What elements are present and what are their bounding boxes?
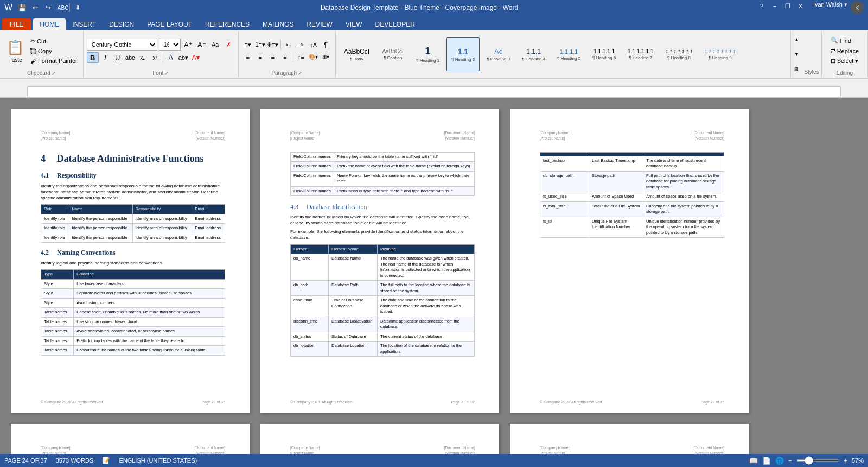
font-family-select[interactable]: Century Gothic	[87, 39, 157, 51]
increase-font-btn[interactable]: A⁺	[182, 39, 194, 50]
table-cell: Identify area of responsibility	[132, 224, 192, 234]
zoom-out-icon[interactable]: −	[788, 457, 792, 464]
restore-btn[interactable]: ❐	[782, 1, 794, 11]
style-heading1[interactable]: 1 ¶ Heading 1	[411, 37, 444, 71]
multilevel-btn[interactable]: ⁜≡▾	[267, 40, 279, 51]
user-info: Ivan Walsh ▾	[813, 1, 847, 14]
table-cell: Unique identification number provided by…	[643, 217, 724, 238]
spell-btn[interactable]: ABC	[56, 3, 70, 12]
decrease-indent-btn[interactable]: ⇤	[283, 40, 295, 51]
style-heading6[interactable]: 1.1.1.1.1 ¶ Heading 6	[588, 37, 621, 71]
tab-file[interactable]: FILE	[2, 18, 31, 30]
table-cell: Separate words and prefixes with underli…	[74, 289, 225, 299]
align-center-btn[interactable]: ≡	[254, 52, 266, 62]
tab-mailings[interactable]: MAILINGS	[256, 18, 300, 30]
table-cell: Field/Column names	[291, 162, 334, 172]
styles-more-btn[interactable]: ⊞	[792, 62, 801, 76]
italic-btn[interactable]: I	[99, 52, 111, 63]
page2-table3: Field/Column namesPrimary key should be …	[290, 152, 475, 197]
spell-check-icon[interactable]: 📝	[102, 457, 110, 464]
borders-btn[interactable]: ⊞▾	[320, 52, 332, 62]
select-button[interactable]: ⊡ Select ▾	[828, 56, 861, 66]
style-heading9[interactable]: 1.1.1.1.1.1.1.1 ¶ Heading 9	[699, 37, 741, 71]
paste-button[interactable]: 📋 Paste	[3, 35, 27, 67]
increase-indent-btn[interactable]: ⇥	[295, 40, 307, 51]
copy-button[interactable]: ⿻ Copy	[28, 47, 80, 55]
zoom-slider[interactable]	[796, 459, 840, 462]
tab-insert[interactable]: INSERT	[66, 18, 103, 30]
show-formatting-btn[interactable]: ¶	[320, 40, 332, 51]
word-logo-icon: W	[4, 3, 12, 12]
tab-page-layout[interactable]: PAGE LAYOUT	[141, 18, 199, 30]
view-read-icon[interactable]: 📖	[749, 457, 758, 465]
page2-header: [Company Name] [Project Name] [Document …	[290, 130, 475, 141]
style-heading8[interactable]: 1.1.1.1.1.1.1 ¶ Heading 8	[660, 37, 697, 71]
language[interactable]: ENGLISH (UNITED STATES)	[119, 457, 197, 464]
text-effects-btn[interactable]: A	[165, 52, 177, 63]
font-color-btn[interactable]: A▾	[190, 52, 202, 63]
zoom-in-icon[interactable]: +	[844, 457, 847, 464]
line-spacing-btn[interactable]: ↕≡	[295, 52, 307, 62]
page-count: PAGE 24 OF 37	[4, 457, 47, 464]
table4-col-element-name: Element Name	[329, 244, 378, 254]
style-body[interactable]: AaBbCcI ¶ Body	[339, 37, 374, 71]
superscript-btn[interactable]: x²	[149, 52, 161, 63]
justify-btn[interactable]: ≡	[279, 52, 291, 62]
quick-save-btn[interactable]: 💾	[17, 3, 28, 12]
view-print-icon[interactable]: 📄	[762, 457, 771, 465]
align-right-btn[interactable]: ≡	[267, 52, 279, 62]
tab-design[interactable]: DESIGN	[103, 18, 141, 30]
tab-references[interactable]: REFERENCES	[199, 18, 256, 30]
undo-btn[interactable]: ↩	[30, 3, 41, 12]
styles-scroll-up-btn[interactable]: ▲	[792, 33, 801, 47]
font-size-select[interactable]: 16	[159, 39, 181, 51]
font-group: Century Gothic 16 A⁺ A⁻ Aa ✗ B I U	[84, 31, 239, 77]
change-case-btn[interactable]: Aa	[209, 39, 221, 50]
format-painter-button[interactable]: 🖌 Format Painter	[28, 56, 80, 65]
font-expand-icon[interactable]: ⤢	[164, 71, 169, 76]
style-heading3[interactable]: Ac ¶ Heading 3	[482, 37, 515, 71]
table-cell: Prefix the name of every field with the …	[334, 162, 475, 172]
style-heading4[interactable]: 1.1.1 ¶ Heading 4	[517, 37, 550, 71]
strikethrough-btn[interactable]: abc	[124, 52, 136, 63]
bold-btn[interactable]: B	[87, 52, 99, 63]
table4-col-element: Element	[291, 244, 329, 254]
align-left-btn[interactable]: ≡	[242, 52, 254, 62]
page1-header: [Company Name] [Project Name] [Document …	[41, 130, 225, 141]
table-cell: Date/time application disconnected from …	[378, 317, 475, 332]
close-btn[interactable]: ✕	[795, 1, 807, 11]
minimize-btn[interactable]: −	[769, 1, 781, 11]
highlight-btn[interactable]: ab▾	[177, 52, 189, 63]
find-button[interactable]: 🔍 Find	[828, 36, 861, 45]
subscript-btn[interactable]: x₂	[137, 52, 149, 63]
cut-button[interactable]: ✂ Cut	[28, 36, 80, 46]
decrease-font-btn[interactable]: A⁻	[196, 39, 208, 50]
clear-format-btn[interactable]: ✗	[223, 39, 235, 50]
custom-btn[interactable]: ⬇	[72, 3, 83, 12]
tab-developer[interactable]: DEVELOPER	[368, 18, 421, 30]
styles-scroll-down-btn[interactable]: ▼	[792, 47, 801, 61]
bullets-btn[interactable]: ≡▾	[242, 40, 254, 51]
table-cell: disconn_time	[291, 317, 329, 332]
table-cell: Email address	[192, 233, 225, 243]
style-caption[interactable]: AaBbCcI ¶ Caption	[376, 37, 409, 71]
page-3: [Company Name] [Project Name] [Document …	[510, 109, 749, 413]
paragraph-expand-icon[interactable]: ⤢	[298, 71, 302, 76]
clipboard-expand-icon[interactable]: ⤢	[52, 71, 56, 76]
tab-review[interactable]: REVIEW	[300, 18, 339, 30]
sort-btn[interactable]: ↕A	[308, 40, 320, 51]
table1-col-responsibility: Responsibility	[132, 205, 192, 214]
underline-btn[interactable]: U	[112, 52, 124, 63]
style-heading5[interactable]: 1.1.1.1 ¶ Heading 5	[552, 37, 585, 71]
tab-view[interactable]: VIEW	[339, 18, 369, 30]
numbering-btn[interactable]: 1≡▾	[254, 40, 266, 51]
style-heading7[interactable]: 1.1.1.1.1.1 ¶ Heading 7	[623, 37, 658, 71]
replace-button[interactable]: ⇄ Replace	[828, 46, 861, 55]
style-heading2[interactable]: 1.1 ¶ Heading 2	[446, 37, 480, 71]
styles-arrows: ▲ ▼ ⊞	[790, 31, 802, 77]
redo-btn[interactable]: ↪	[43, 3, 54, 12]
view-web-icon[interactable]: 🌐	[775, 457, 784, 465]
help-btn[interactable]: ?	[756, 1, 768, 11]
tab-home[interactable]: HOME	[33, 18, 66, 30]
shading-btn[interactable]: 🎨▾	[308, 52, 320, 62]
